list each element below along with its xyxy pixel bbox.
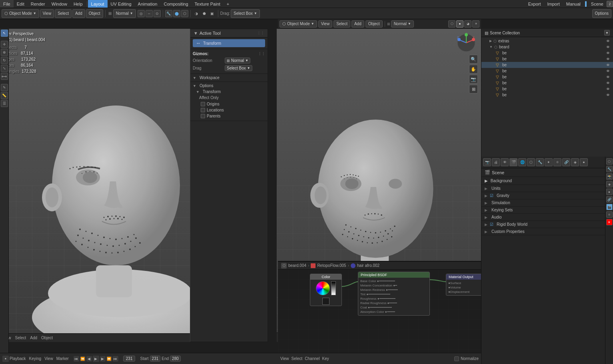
si6[interactable]: 🔗 <box>606 196 613 203</box>
prop-view-icon[interactable]: 👁 <box>501 158 509 166</box>
vp-menu-object[interactable]: Object <box>41 336 53 340</box>
transform-subsection-title[interactable]: ▼ Transform <box>193 90 265 94</box>
orientation-dropdown[interactable]: ⊞ Normal ▼ <box>225 58 250 64</box>
se-select-btn[interactable]: Select <box>292 356 303 361</box>
prop-render-icon[interactable]: 📷 <box>483 158 491 166</box>
simulation-row[interactable]: ▶ Simulation <box>481 199 613 206</box>
end-frame-input[interactable]: 280 <box>170 356 181 362</box>
si-active[interactable]: 🎬 <box>606 204 613 210</box>
current-frame-input[interactable]: 231 <box>123 356 136 362</box>
jump-end-btn[interactable]: ⏭ <box>113 356 118 362</box>
next-frame-btn[interactable]: ▶ <box>100 356 106 362</box>
menu-file[interactable]: File <box>0 0 14 8</box>
rv-obj-header-btn[interactable]: Object <box>365 20 383 28</box>
prop-particle-icon[interactable]: ✦ <box>545 158 553 166</box>
units-row[interactable]: ▶ Units <box>481 185 613 192</box>
se-view-btn[interactable]: View <box>280 356 289 361</box>
color-brightness[interactable] <box>331 281 336 295</box>
prop-modifier-icon[interactable]: 🔧 <box>536 158 544 166</box>
normalize-check[interactable] <box>454 356 459 361</box>
sc-be3[interactable]: ▽ be 👁 <box>481 62 613 68</box>
manual-btn[interactable]: Manual <box>563 0 584 8</box>
shading-material[interactable]: ◕ <box>464 20 471 28</box>
shading-wire[interactable]: ⬡ <box>448 20 455 28</box>
prop-physics-icon[interactable]: ⚛ <box>553 158 561 166</box>
next-key-btn[interactable]: ⏩ <box>106 356 112 362</box>
rv-select-header-btn[interactable]: Select <box>333 20 350 28</box>
overlay1-icon[interactable]: ◑ <box>193 10 200 17</box>
orientation-btn[interactable]: Normal ▼ <box>113 9 136 18</box>
rigid-row[interactable]: ▶ ☑ Rigid Body World <box>481 221 613 228</box>
pivot-icon[interactable]: ◎ <box>138 10 145 17</box>
prop-material-icon[interactable]: ● <box>580 158 588 166</box>
select-btn-left[interactable]: Select <box>55 9 72 18</box>
export-btn[interactable]: Export <box>525 0 544 8</box>
rv-grid[interactable]: ⊞ <box>469 85 478 93</box>
prop-constraints-icon[interactable]: 🔗 <box>562 158 570 166</box>
si7[interactable]: ⚛ <box>606 211 613 218</box>
rv-orient-btn[interactable]: Normal ▼ <box>391 20 414 28</box>
sc-be5[interactable]: ▽ be 👁 <box>481 74 613 80</box>
measure-btn[interactable]: 📏 <box>1 92 8 99</box>
rv-zoom[interactable]: 🔍 <box>469 55 478 64</box>
audio-row[interactable]: ▶ Audio <box>481 214 613 221</box>
prop-scene-icon[interactable]: 🎬 <box>509 158 517 166</box>
node-canvas[interactable]: Color Principled BSDF Base Color ●━━━━━━… <box>278 270 481 353</box>
atp-collapse[interactable]: ▼ <box>194 31 198 36</box>
vp-menu-select[interactable]: Select <box>15 336 26 340</box>
sc-be6[interactable]: ▽ be 👁 <box>481 80 613 86</box>
tab-layout[interactable]: Layout <box>88 0 108 8</box>
marker-label-bot[interactable]: Marker <box>56 356 69 361</box>
transform-tool-btn[interactable]: ↔ Transform <box>193 39 265 47</box>
sc-be8[interactable]: ▽ be 👁 <box>481 92 613 98</box>
prev-key-btn[interactable]: ⏪ <box>80 356 86 362</box>
si1[interactable]: ⬡ <box>606 158 613 165</box>
tab-compositing[interactable]: Compositing <box>160 0 191 8</box>
si-red[interactable]: ✕ <box>606 219 613 225</box>
rv-cam[interactable]: 📷 <box>469 75 478 84</box>
prev-frame-btn[interactable]: ◀ <box>86 356 92 362</box>
overlay3-icon[interactable]: ▣ <box>209 10 216 17</box>
shading-render[interactable]: ☀ <box>472 20 479 28</box>
sc-be1[interactable]: ▽ be 👁 <box>481 50 613 56</box>
gravity-check[interactable]: ☑ <box>490 193 493 198</box>
sc-filter-icon[interactable]: ▼ <box>604 30 610 36</box>
menu-help[interactable]: Help <box>70 0 86 8</box>
annotate-btn[interactable]: ✎ <box>1 84 8 91</box>
import-btn[interactable]: Import <box>544 0 563 8</box>
beard-vis[interactable]: 👁 <box>606 45 610 49</box>
tab-uv-editing[interactable]: UV Editing <box>108 0 135 8</box>
si2[interactable]: 🔧 <box>606 166 613 172</box>
object-mode-btn[interactable]: ⬡ Object Mode ▼ <box>2 9 39 18</box>
start-frame-input[interactable]: 231 <box>150 356 161 362</box>
menu-edit[interactable]: Edit <box>14 0 28 8</box>
sc-be2[interactable]: ▽ be 👁 <box>481 56 613 62</box>
add-btn-left[interactable]: Add <box>72 9 85 18</box>
origins-checkbox[interactable] <box>201 102 205 106</box>
background-row[interactable]: ▶ Background <box>481 177 613 185</box>
color-wheel[interactable] <box>316 281 330 295</box>
rv-mode-btn[interactable]: ⬡ Object Mode ▼ <box>280 20 317 28</box>
sc-beard-group[interactable]: ▼ ⬡ beard 👁 <box>481 44 613 50</box>
rv-add-header-btn[interactable]: Add <box>351 20 364 28</box>
jump-start-btn[interactable]: ⏮ <box>74 356 79 362</box>
si3[interactable]: 📸 <box>606 173 613 180</box>
custom-row[interactable]: ▶ Custom Properties <box>481 228 613 235</box>
prop-object-icon[interactable]: ⬡ <box>527 158 535 166</box>
se-key-btn[interactable]: Key <box>322 356 329 361</box>
keying-label[interactable]: Keying <box>29 356 42 361</box>
add-workspace-btn[interactable]: + <box>224 0 232 8</box>
magnet-icon[interactable]: ⬤ <box>173 10 180 17</box>
object-tools-btn[interactable]: ☰ <box>1 100 8 107</box>
si4[interactable]: ◈ <box>606 181 613 187</box>
transform-tool-sidebar[interactable]: ⟷ <box>1 73 8 80</box>
si5[interactable]: ● <box>606 189 613 195</box>
se-channel-btn[interactable]: Channel <box>305 356 319 361</box>
select-box-btn[interactable]: Select Box ▼ <box>231 9 260 18</box>
prop-output-icon[interactable]: 🖨 <box>492 158 500 166</box>
sc-extras[interactable]: ▶ ⬡ extras 👁 <box>481 38 613 44</box>
rv-hand[interactable]: ✋ <box>469 65 478 74</box>
vp-menu-add[interactable]: Add <box>30 336 37 340</box>
sc-be7[interactable]: ▽ be 👁 <box>481 86 613 92</box>
select-tool-btn[interactable]: ↖ <box>1 30 8 37</box>
